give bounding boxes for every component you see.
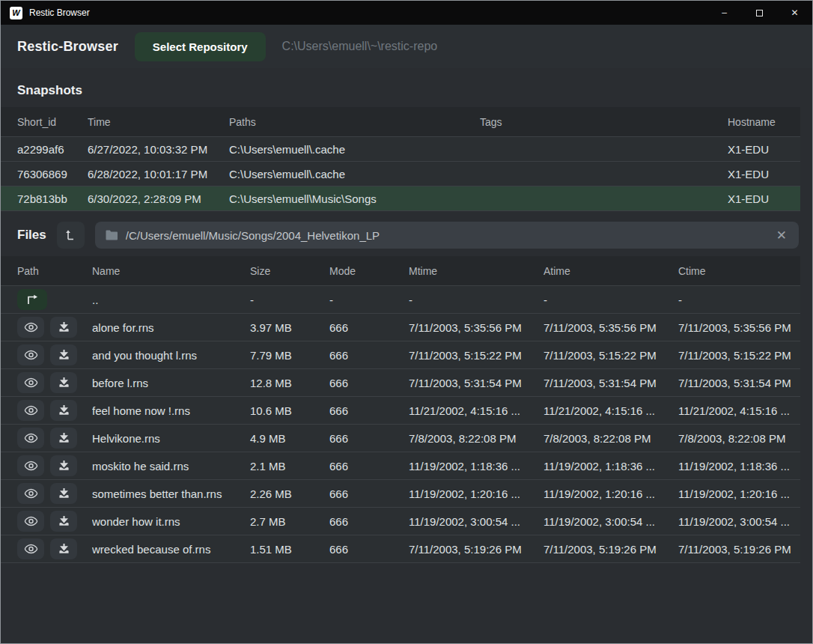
file-size: - [250,294,329,306]
file-row[interactable]: feel home now !.rns 10.6 MB 666 11/21/20… [1,397,800,425]
preview-file-button[interactable] [17,400,44,421]
snapshot-hostname: X1-EDU [728,192,800,205]
file-mode: 666 [329,460,409,473]
preview-file-button[interactable] [17,372,44,393]
download-icon [58,433,70,444]
repository-path[interactable]: C:\Users\emuell\~\restic-repo [282,40,438,53]
file-row[interactable]: Helvikone.rns 4.9 MB 666 7/8/2003, 8:22:… [1,425,800,452]
download-file-button[interactable] [50,538,77,559]
file-row[interactable]: wrecked because of.rns 1.51 MB 666 7/11/… [1,535,800,563]
close-button[interactable]: ✕ [777,1,812,25]
parent-directory-row[interactable]: .. - - - - - [1,286,800,314]
files-table-header: Path Name Size Mode Mtime Atime Ctime [1,256,800,286]
file-size: 2.1 MB [250,460,329,473]
file-ctime: 7/11/2003, 5:31:54 PM [678,377,800,389]
eye-icon [24,322,38,332]
download-file-button[interactable] [50,455,77,476]
download-file-button[interactable] [50,344,77,365]
snapshots-table: a2299af6 6/27/2022, 10:03:32 PM C:\Users… [1,137,812,211]
column-atime: Atime [543,265,678,277]
file-name: sometimes better than.rns [92,487,250,500]
snapshot-paths: C:\Users\emuell\.cache [229,143,480,156]
file-mtime: 7/11/2003, 5:15:22 PM [409,349,543,362]
eye-icon [24,405,38,416]
snapshot-short-id: 76306869 [17,168,88,180]
eye-icon [24,488,38,499]
download-file-button[interactable] [50,428,77,449]
file-row[interactable]: before l.rns 12.8 MB 666 7/11/2003, 5:31… [1,369,800,397]
eye-icon [24,516,38,526]
snapshots-heading: Snapshots [1,68,812,107]
file-row[interactable]: moskito he said.rns 2.1 MB 666 11/19/200… [1,452,800,480]
download-file-button[interactable] [50,372,77,393]
file-mode: - [329,294,409,306]
minimize-button[interactable]: – [707,1,742,25]
go-to-parent-button[interactable] [17,289,47,310]
download-icon [58,405,70,416]
files-table: alone for.rns 3.97 MB 666 7/11/2003, 5:3… [1,314,812,563]
preview-file-button[interactable] [17,538,44,559]
column-mtime: Mtime [409,265,543,277]
window-controls: – ✕ [707,1,812,25]
file-size: 2.26 MB [250,487,329,500]
file-ctime: 11/19/2002, 1:20:16 ... [678,487,800,500]
column-time: Time [88,116,229,128]
file-atime: 11/21/2002, 4:15:16 ... [543,404,678,417]
file-name: and you thought l.rns [92,349,250,362]
column-hostname: Hostname [728,116,800,128]
up-one-level-button[interactable] [57,222,85,249]
download-file-button[interactable] [50,483,77,504]
preview-file-button[interactable] [17,317,44,338]
file-name: wrecked because of.rns [92,543,250,556]
snapshots-table-header: Short_id Time Paths Tags Hostname [1,107,800,137]
download-file-button[interactable] [50,317,77,338]
file-row[interactable]: alone for.rns 3.97 MB 666 7/11/2003, 5:3… [1,314,800,341]
preview-file-button[interactable] [17,428,44,449]
file-mode: 666 [329,349,409,362]
eye-icon [24,461,38,471]
download-icon [58,488,70,499]
clear-path-button[interactable]: ✕ [775,229,788,242]
file-size: 10.6 MB [250,404,329,417]
file-ctime: 7/11/2003, 5:19:26 PM [678,543,800,556]
file-row[interactable]: wonder how it.rns 2.7 MB 666 11/19/2002,… [1,508,800,535]
snapshot-hostname: X1-EDU [728,143,800,156]
snapshot-row[interactable]: 72b813bb 6/30/2022, 2:28:09 PM C:\Users\… [1,186,800,211]
download-file-button[interactable] [50,400,77,421]
snapshot-row[interactable]: 76306869 6/28/2022, 10:01:17 PM C:\Users… [1,162,800,186]
current-path-input[interactable]: /C/Users/emuell/Music/Songs/2004_Helveti… [95,222,799,249]
app-title: Restic-Browser [17,39,118,55]
preview-file-button[interactable] [17,483,44,504]
download-icon [58,461,70,472]
app-window: W Restic Browser – ✕ Restic-Browser Sele… [0,0,813,644]
maximize-icon [756,10,763,16]
file-row[interactable]: and you thought l.rns 7.79 MB 666 7/11/2… [1,341,800,369]
select-repository-button[interactable]: Select Repository [135,32,266,61]
file-mode: 666 [329,515,409,528]
file-mode: 666 [329,487,409,500]
preview-file-button[interactable] [17,511,44,532]
file-size: 1.51 MB [250,543,329,556]
file-ctime: - [678,294,800,306]
column-path: Path [17,265,92,277]
download-file-button[interactable] [50,511,77,532]
wails-app-icon: W [10,7,22,19]
snapshot-row[interactable]: a2299af6 6/27/2022, 10:03:32 PM C:\Users… [1,137,800,162]
file-row[interactable]: sometimes better than.rns 2.26 MB 666 11… [1,480,800,508]
file-mtime: 11/19/2002, 1:20:16 ... [409,487,543,500]
current-path-value: /C/Users/emuell/Music/Songs/2004_Helveti… [126,229,767,242]
file-ctime: 7/8/2003, 8:22:08 PM [678,432,800,445]
file-name: feel home now !.rns [92,404,250,417]
file-size: 3.97 MB [250,321,329,334]
column-ctime: Ctime [678,265,800,277]
maximize-button[interactable] [742,1,777,25]
file-mtime: 7/8/2003, 8:22:08 PM [409,432,543,445]
preview-file-button[interactable] [17,455,44,476]
snapshot-time: 6/28/2022, 10:01:17 PM [88,168,229,180]
file-atime: 11/19/2002, 3:00:54 ... [543,515,678,528]
file-name: .. [92,294,250,306]
file-mtime: 7/11/2003, 5:35:56 PM [409,321,543,334]
column-mode: Mode [329,265,409,277]
eye-icon [24,377,38,388]
preview-file-button[interactable] [17,344,44,365]
